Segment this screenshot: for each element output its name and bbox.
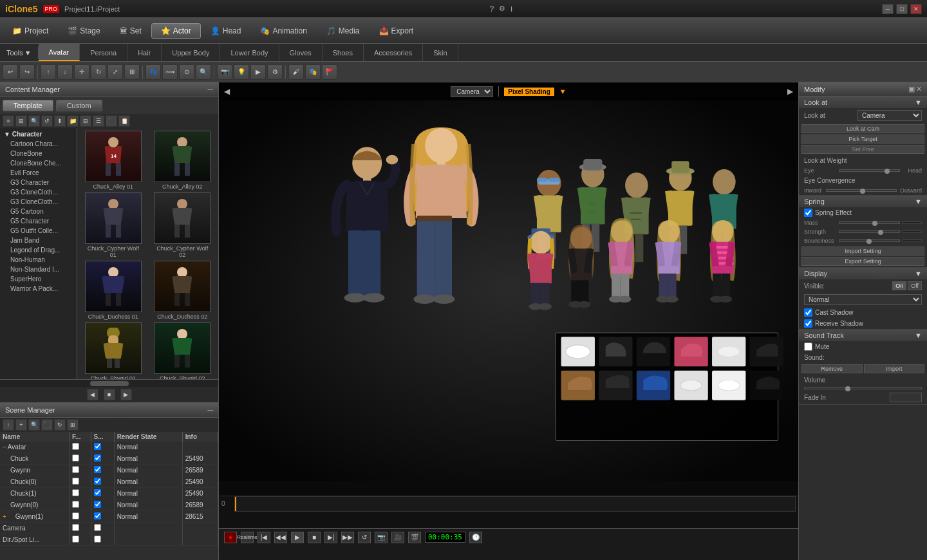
display-header[interactable]: Display ▼ [799,268,927,279]
rotate-button[interactable]: ↻ [91,64,106,80]
freeze-gwynn0[interactable] [72,501,79,508]
vp-collapse-right[interactable]: ▶ [787,87,793,96]
next-frame-button[interactable]: ▶| [324,532,337,543]
stop-button[interactable]: ■ [308,532,321,543]
freeze-avatar[interactable] [72,443,79,450]
cm-nav-stop[interactable]: ■ [104,389,115,400]
freeze-chuck0[interactable] [72,478,79,485]
help-icon[interactable]: ? [489,5,494,14]
cm-tab-custom[interactable]: Custom [56,100,102,111]
settings-icon[interactable]: ⚙ [499,5,505,13]
vp-shading-dropdown[interactable]: ▼ [559,88,566,95]
visible-on-button[interactable]: On [892,281,906,290]
display-expand[interactable]: ▼ [915,270,922,277]
tab-shoes[interactable]: Shoes [323,44,364,61]
table-row[interactable]: Chuck(0) Normal 25490 [0,476,218,488]
rp-close-icon[interactable]: ✕ [916,85,922,93]
set-free-button[interactable]: Set Free [801,145,924,154]
nav-actor[interactable]: ⭐ Actor [151,23,201,39]
convergence-slider[interactable] [826,189,897,192]
grid-item-1[interactable]: Chuck_Alley 02 [149,131,216,190]
content-manager-minimize[interactable]: ─ [207,85,213,94]
soundtrack-expand[interactable]: ▼ [915,331,922,339]
normal-select[interactable]: Normal [804,294,922,305]
bounciness-thumb[interactable] [866,239,872,244]
rewind-button[interactable]: ◀◀ [274,532,287,543]
tree-clonebone-che[interactable]: CloneBone Che... [1,158,75,168]
freeze-camera[interactable] [72,524,79,531]
cam-btn-3[interactable]: 🎬 [408,532,421,543]
visible-chuck1[interactable] [94,489,101,496]
table-row[interactable]: Chuck Normal 25490 [0,453,218,465]
sm-tool-2[interactable]: + [15,419,27,431]
move-button[interactable]: ✛ [74,64,89,80]
volume-slider[interactable] [804,387,922,389]
settings-button[interactable]: ⚙ [267,64,283,80]
visible-gwynn1[interactable] [94,512,101,519]
look-at-select[interactable]: Camera [857,110,922,121]
record-button[interactable]: ● [224,532,237,543]
tree-g5-outfit[interactable]: G5 Outfit Colle... [1,226,75,236]
tree-jam-band[interactable]: Jam Band [1,236,75,245]
strength-slider[interactable] [839,230,900,233]
export-setting-button[interactable]: Export Setting [801,257,924,266]
morph-button[interactable]: 🎭 [305,64,321,80]
remove-sound-button[interactable]: Remove [801,364,863,373]
import-sound-button[interactable]: Import [864,364,925,373]
cast-shadow-checkbox[interactable] [804,308,812,317]
tree-legend-drag[interactable]: Legond of Drag... [1,245,75,255]
sm-tool-5[interactable]: ↻ [54,419,66,431]
playhead-marker[interactable] [235,497,236,511]
cm-scrollbar[interactable] [0,379,218,387]
visible-off-button[interactable]: Off [908,281,922,290]
grid-item-5[interactable]: Chuck_Duchess 02 [149,261,216,320]
fast-forward-button[interactable]: ▶▶ [341,532,354,543]
move-down-button[interactable]: ↓ [57,64,73,80]
prev-frame-button[interactable]: |◀ [258,532,270,543]
walk-button[interactable]: 👣 [145,64,161,80]
table-row[interactable]: Gwynn Normal 26589 [0,465,218,476]
tab-upper-body[interactable]: Upper Body [162,44,220,61]
nav-set[interactable]: 🏛 Set [110,23,151,39]
tree-non-standard[interactable]: Non-Standard I... [1,265,75,274]
look-at-header[interactable]: Look at ▼ [799,97,927,108]
tools-button[interactable]: Tools ▼ [0,46,39,59]
import-setting-button[interactable]: Import Setting [801,247,924,256]
table-row[interactable]: Chuck(1) Normal 25490 [0,488,218,499]
nav-head[interactable]: 👤 Head [201,23,251,39]
mute-checkbox[interactable] [804,342,812,351]
orbit-button[interactable]: ⊙ [179,64,194,80]
pick-target-button[interactable]: Pick Target [801,135,924,144]
loop-button[interactable]: ↺ [358,532,371,543]
spring-expand[interactable]: ▼ [915,198,922,205]
move-up-button[interactable]: ↑ [41,64,56,80]
expand-avatar[interactable]: − [3,443,6,451]
convergence-thumb[interactable] [860,189,865,194]
soundtrack-header[interactable]: Sound Track ▼ [799,330,927,341]
camera-select[interactable]: Camera [451,86,493,97]
tree-g3-clothcloth1[interactable]: G3 CloneCloth... [1,187,75,197]
tree-g5-character[interactable]: G5 Character [1,216,75,226]
tab-avatar[interactable]: Avatar [39,44,80,61]
table-row[interactable]: Dir./Spot Li... [0,534,218,546]
rp-toggle-icon[interactable]: ▣ [908,85,915,93]
grid-item-2[interactable]: Chuck_Cypher Wolf 01 [80,192,147,258]
grid-item-4[interactable]: Chuck_Duchess 01 [80,261,147,320]
cm-tool-7[interactable]: ⊟ [80,115,91,127]
path-button[interactable]: ⟿ [162,64,178,80]
visible-gwynn[interactable] [94,466,101,473]
tab-persona[interactable]: Persona [80,44,127,61]
spring-header[interactable]: Spring ▼ [799,196,927,207]
visible-light[interactable] [94,536,101,543]
table-row[interactable]: −Avatar Normal [0,442,218,453]
tab-gloves[interactable]: Gloves [279,44,323,61]
freeze-chuck1[interactable] [72,489,79,496]
camera-button[interactable]: 📷 [217,64,232,80]
play-button[interactable]: ▶ [291,532,304,543]
cm-nav-next[interactable]: ▶ [120,389,132,400]
tab-skin[interactable]: Skin [423,44,458,61]
bounciness-slider[interactable] [839,239,900,242]
clock-button[interactable]: 🕐 [469,532,482,543]
tab-lower-body[interactable]: Lower Body [220,44,279,61]
info-icon[interactable]: i [510,5,512,14]
